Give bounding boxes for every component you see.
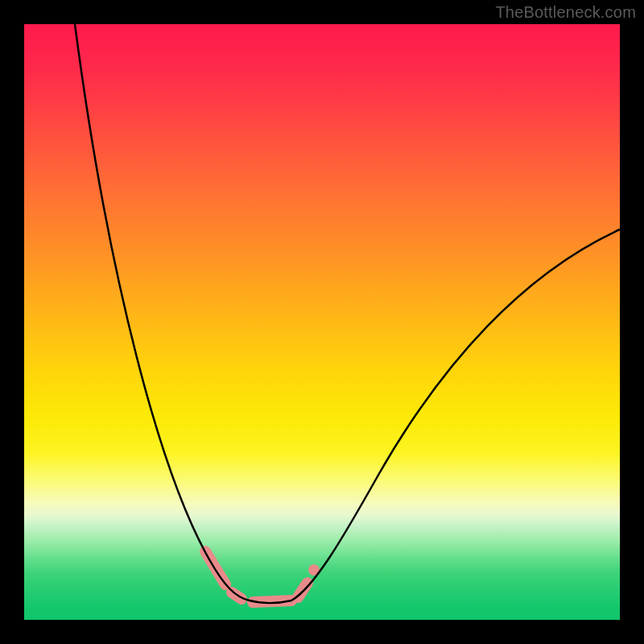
right-curve [291, 229, 620, 601]
watermark-text: TheBottleneck.com [495, 3, 636, 22]
pink-marker-group [205, 551, 314, 602]
plot-area [24, 24, 620, 620]
curves-svg [24, 24, 620, 620]
chart-frame: TheBottleneck.com [0, 0, 644, 644]
left-curve [75, 24, 250, 601]
